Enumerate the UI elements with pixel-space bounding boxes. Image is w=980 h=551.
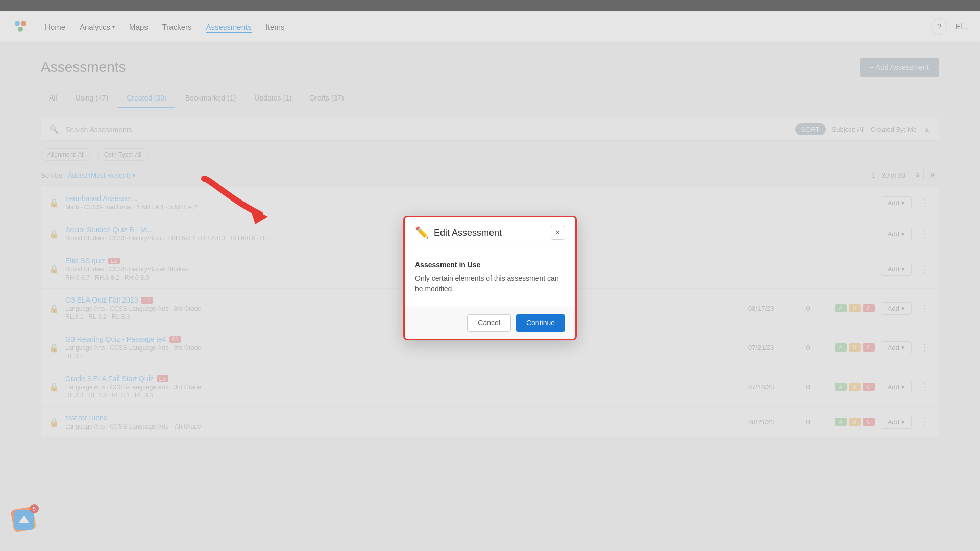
modal-close-button[interactable]: ×: [551, 226, 565, 240]
cancel-button[interactable]: Cancel: [467, 314, 511, 332]
modal-warning-text: Only certain elements of this assessment…: [415, 273, 565, 294]
continue-button[interactable]: Continue: [516, 314, 565, 332]
edit-icon: ✏️: [415, 226, 429, 239]
modal-body: Assessment in Use Only certain elements …: [405, 248, 575, 307]
modal-title-group: ✏️ Edit Assessment: [415, 226, 502, 239]
modal-container: ✏️ Edit Assessment × Assessment in Use O…: [403, 216, 577, 340]
modal-title: Edit Assessment: [434, 227, 502, 238]
modal-header: ✏️ Edit Assessment ×: [405, 217, 575, 248]
modal-footer: Cancel Continue: [405, 307, 575, 339]
edit-assessment-modal: ✏️ Edit Assessment × Assessment in Use O…: [403, 216, 577, 340]
modal-warning-title: Assessment in Use: [415, 261, 565, 269]
